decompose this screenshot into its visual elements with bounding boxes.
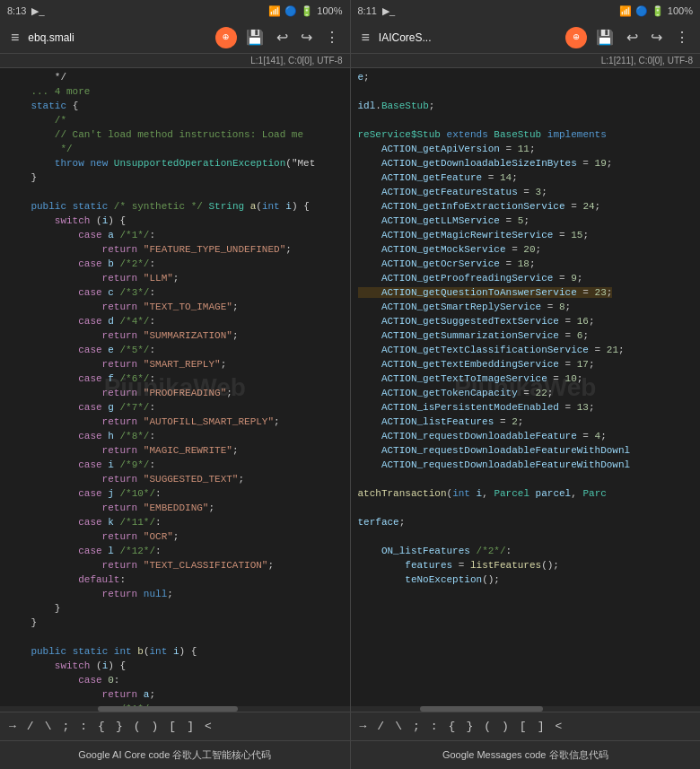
right-line-info: L:1[211], C:0[0], UTF-8 (351, 54, 701, 68)
right-key-open-paren[interactable]: ( (482, 720, 493, 733)
right-file-title: IAICoreS... (379, 31, 560, 44)
left-key-open-bracket[interactable]: [ (167, 720, 178, 733)
left-compass-icon: ⊕ (223, 31, 229, 44)
left-key-close-paren[interactable]: ) (150, 720, 161, 733)
left-battery-icon: 🔋 (301, 5, 313, 17)
right-battery-icon: 🔋 (652, 5, 664, 17)
right-signal-icon: 📶 (619, 5, 632, 17)
right-more-button[interactable]: ⋮ (671, 27, 693, 48)
right-caption-bar: Google Messages code 谷歌信息代码 (351, 740, 701, 769)
right-terminal-icon: ▶_ (382, 5, 395, 17)
left-compass-button[interactable]: ⊕ (215, 27, 237, 48)
right-scrollbar[interactable] (351, 706, 701, 712)
right-key-semicolon[interactable]: ; (411, 720, 422, 733)
right-key-slash[interactable]: / (375, 720, 386, 733)
right-key-close-paren[interactable]: ) (500, 720, 511, 733)
right-status-left: 8:11 ▶_ (358, 5, 396, 17)
left-key-colon[interactable]: : (78, 720, 89, 733)
right-caption-text: Google Messages code 谷歌信息代码 (442, 748, 608, 762)
main-container: 8:13 ▶_ 📶 🔵 🔋 100% ≡ ebq.smali ⊕ 💾 ↩ ↪ ⋮… (0, 0, 700, 769)
right-redo-button[interactable]: ↪ (647, 27, 666, 48)
right-scroll-thumb (420, 706, 542, 712)
right-menu-button[interactable]: ≡ (358, 28, 373, 48)
right-status-right: 📶 🔵 🔋 100% (619, 5, 693, 17)
left-menu-button[interactable]: ≡ (7, 28, 22, 48)
left-key-open-brace[interactable]: { (96, 720, 107, 733)
right-compass-button[interactable]: ⊕ (565, 27, 587, 48)
right-battery-pct: 100% (668, 5, 693, 16)
right-code-area[interactable]: PiunikaWeb e; idl.BaseStub; reService$St… (351, 68, 701, 706)
left-key-slash[interactable]: / (25, 720, 36, 733)
left-key-close-bracket[interactable]: ] (185, 720, 196, 733)
left-bottom-toolbar: → / \ ; : { } ( ) [ ] < (0, 712, 350, 740)
left-key-open-paren[interactable]: ( (132, 720, 143, 733)
left-save-button[interactable]: 💾 (242, 27, 267, 48)
left-more-button[interactable]: ⋮ (321, 27, 343, 48)
left-scrollbar[interactable] (0, 706, 350, 712)
left-scroll-thumb (98, 706, 238, 712)
left-terminal-icon: ▶_ (31, 5, 44, 17)
right-time: 8:11 (358, 5, 377, 16)
right-undo-button[interactable]: ↩ (623, 27, 642, 48)
left-time: 8:13 (7, 5, 26, 16)
left-signal-icon: 📶 (268, 5, 281, 17)
left-undo-button[interactable]: ↩ (273, 27, 292, 48)
left-line-info: L:1[141], C:0[0], UTF-8 (0, 54, 350, 68)
left-status-bar: 8:13 ▶_ 📶 🔵 🔋 100% (0, 0, 350, 22)
left-status-left: 8:13 ▶_ (7, 5, 45, 17)
right-save-button[interactable]: 💾 (592, 27, 617, 48)
right-status-bar: 8:11 ▶_ 📶 🔵 🔋 100% (351, 0, 701, 22)
left-key-close-brace[interactable]: } (114, 720, 125, 733)
left-panel: 8:13 ▶_ 📶 🔵 🔋 100% ≡ ebq.smali ⊕ 💾 ↩ ↪ ⋮… (0, 0, 351, 769)
right-key-close-brace[interactable]: } (464, 720, 475, 733)
left-key-backslash[interactable]: \ (43, 720, 54, 733)
right-panel: 8:11 ▶_ 📶 🔵 🔋 100% ≡ IAICoreS... ⊕ 💾 ↩ ↪… (351, 0, 701, 769)
left-status-right: 📶 🔵 🔋 100% (268, 5, 342, 17)
left-caption-bar: Google AI Core code 谷歌人工智能核心代码 (0, 740, 350, 769)
left-code-area[interactable]: PiunikaWeb */ ... 4 more static { /* // … (0, 68, 350, 706)
right-bottom-toolbar: → / \ ; : { } ( ) [ ] < (351, 712, 701, 740)
right-key-colon[interactable]: : (429, 720, 440, 733)
right-key-open-bracket[interactable]: [ (518, 720, 529, 733)
right-compass-icon: ⊕ (573, 31, 579, 44)
right-key-lt[interactable]: < (553, 720, 564, 733)
left-file-title: ebq.smali (28, 31, 209, 44)
right-key-open-brace[interactable]: { (447, 720, 458, 733)
right-key-close-bracket[interactable]: ] (536, 720, 547, 733)
left-key-semicolon[interactable]: ; (60, 720, 71, 733)
right-code-content: e; idl.BaseStub; reService$Stub extends … (351, 68, 701, 706)
right-wifi-icon: 🔵 (635, 5, 648, 17)
right-toolbar: ≡ IAICoreS... ⊕ 💾 ↩ ↪ ⋮ (351, 22, 701, 54)
left-toolbar: ≡ ebq.smali ⊕ 💾 ↩ ↪ ⋮ (0, 22, 350, 54)
left-key-arrow[interactable]: → (7, 720, 18, 733)
left-battery-pct: 100% (317, 5, 342, 16)
left-redo-button[interactable]: ↪ (297, 27, 316, 48)
right-key-arrow[interactable]: → (358, 720, 369, 733)
right-key-backslash[interactable]: \ (393, 720, 404, 733)
left-wifi-icon: 🔵 (284, 5, 297, 17)
left-caption-text: Google AI Core code 谷歌人工智能核心代码 (78, 748, 271, 762)
left-code-content: */ ... 4 more static { /* // Can't load … (0, 68, 350, 706)
left-key-lt[interactable]: < (203, 720, 214, 733)
